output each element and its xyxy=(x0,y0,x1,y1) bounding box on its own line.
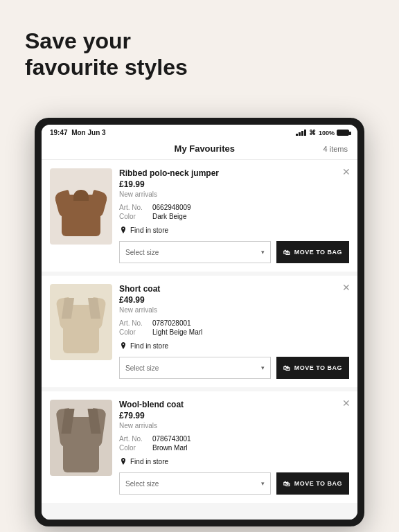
close-button-1[interactable]: ✕ xyxy=(342,167,351,177)
items-count: 4 items xyxy=(323,145,348,153)
item-artno-row-1: Art. No. 0662948009 xyxy=(119,204,349,211)
bag-icon-1: 🛍 xyxy=(283,249,291,256)
artno-label-1: Art. No. xyxy=(119,204,147,211)
chevron-down-icon-2: ▾ xyxy=(261,364,265,371)
page-title: Save your favourite styles xyxy=(25,28,374,81)
item-artno-row-2: Art. No. 0787028001 xyxy=(119,319,349,327)
move-to-bag-button-1[interactable]: 🛍 MOVE TO BAG xyxy=(276,241,349,263)
item-row-2: Short coat £49.99 New arrivals Art. No. … xyxy=(50,284,349,379)
item-collection-1: New arrivals xyxy=(119,190,349,198)
item-price-2: £49.99 xyxy=(119,295,349,305)
close-button-2[interactable]: ✕ xyxy=(342,283,351,292)
location-icon-3 xyxy=(119,457,127,466)
status-time-date: 19:47 Mon Jun 3 xyxy=(50,129,106,136)
status-right: ⌘ 100% xyxy=(296,129,349,136)
chevron-down-icon-3: ▾ xyxy=(261,480,265,487)
wifi-icon: ⌘ xyxy=(309,129,316,136)
item-card-2: ✕ Short coat £49.99 N xyxy=(42,276,357,387)
color-value-1: Dark Beige xyxy=(152,213,186,220)
find-in-store-2[interactable]: Find in store xyxy=(119,342,349,350)
page-header: Save your favourite styles xyxy=(0,0,399,95)
item-artno-row-3: Art. No. 0786743001 xyxy=(119,435,349,443)
artno-label-3: Art. No. xyxy=(119,435,147,443)
move-to-bag-button-3[interactable]: 🛍 MOVE TO BAG xyxy=(276,472,349,495)
item-row-1: Ribbed polo-neck jumper £19.99 New arriv… xyxy=(50,168,349,263)
size-select-1[interactable]: Select size ▾ xyxy=(119,241,271,263)
item-color-row-2: Color Light Beige Marl xyxy=(119,328,349,336)
tablet-frame: 19:47 Mon Jun 3 ⌘ 100% xyxy=(35,118,364,526)
app-title: My Favourites xyxy=(86,143,323,154)
item-card-1: ✕ Ribbed polo-neck jumper £19.99 New xyxy=(42,160,357,272)
item-image-3 xyxy=(50,400,112,476)
item-details-3: Wool-blend coat £79.99 New arrivals Art.… xyxy=(119,400,349,495)
bag-icon-2: 🛍 xyxy=(283,364,291,372)
bag-icon-3: 🛍 xyxy=(283,480,291,488)
signal-icon xyxy=(296,130,306,136)
app-header: My Favourites 4 items xyxy=(42,139,357,160)
chevron-down-icon-1: ▾ xyxy=(261,249,265,256)
item-name-2: Short coat xyxy=(119,284,349,294)
color-label-2: Color xyxy=(119,328,147,336)
color-label-3: Color xyxy=(119,444,147,452)
battery-icon: 100% xyxy=(319,130,349,136)
find-in-store-1[interactable]: Find in store xyxy=(119,226,349,234)
artno-label-2: Art. No. xyxy=(119,319,147,327)
item-collection-3: New arrivals xyxy=(119,422,349,429)
item-image-2 xyxy=(50,284,112,360)
color-value-2: Light Beige Marl xyxy=(152,328,202,336)
item-name-3: Wool-blend coat xyxy=(119,400,349,409)
item-meta-3: Art. No. 0786743001 Color Brown Marl xyxy=(119,435,349,452)
move-to-bag-button-2[interactable]: 🛍 MOVE TO BAG xyxy=(276,357,349,379)
sweater-illustration xyxy=(57,177,105,236)
tablet-screen: 19:47 Mon Jun 3 ⌘ 100% xyxy=(42,125,357,520)
location-icon-1 xyxy=(119,226,127,234)
items-list[interactable]: ✕ Ribbed polo-neck jumper £19.99 New xyxy=(42,160,357,520)
color-value-3: Brown Marl xyxy=(152,444,188,452)
item-actions-2: Select size ▾ 🛍 MOVE TO BAG xyxy=(119,357,349,379)
item-card-3: ✕ Wool-blend coat £79.99 xyxy=(42,391,357,503)
location-icon-2 xyxy=(119,342,127,350)
item-actions-1: Select size ▾ 🛍 MOVE TO BAG xyxy=(119,241,349,263)
artno-value-2: 0787028001 xyxy=(152,319,191,327)
find-in-store-3[interactable]: Find in store xyxy=(119,457,349,466)
wool-coat-illustration xyxy=(57,403,105,472)
item-details-1: Ribbed polo-neck jumper £19.99 New arriv… xyxy=(119,168,349,263)
item-row-3: Wool-blend coat £79.99 New arrivals Art.… xyxy=(50,400,349,495)
item-price-1: £19.99 xyxy=(119,179,349,189)
size-select-3[interactable]: Select size ▾ xyxy=(119,472,271,495)
item-collection-2: New arrivals xyxy=(119,306,349,314)
close-button-3[interactable]: ✕ xyxy=(342,398,351,408)
item-name-1: Ribbed polo-neck jumper xyxy=(119,168,349,178)
item-price-3: £79.99 xyxy=(119,411,349,420)
size-select-2[interactable]: Select size ▾ xyxy=(119,357,271,379)
short-coat-illustration xyxy=(57,291,105,353)
artno-value-1: 0662948009 xyxy=(152,204,191,211)
color-label-1: Color xyxy=(119,213,147,220)
item-details-2: Short coat £49.99 New arrivals Art. No. … xyxy=(119,284,349,379)
item-color-row-3: Color Brown Marl xyxy=(119,444,349,452)
item-meta-1: Art. No. 0662948009 Color Dark Beige xyxy=(119,204,349,220)
artno-value-3: 0786743001 xyxy=(152,435,191,443)
item-meta-2: Art. No. 0787028001 Color Light Beige Ma… xyxy=(119,319,349,336)
status-bar: 19:47 Mon Jun 3 ⌘ 100% xyxy=(42,125,357,139)
item-image-1 xyxy=(50,168,112,245)
item-actions-3: Select size ▾ 🛍 MOVE TO BAG xyxy=(119,472,349,495)
item-color-row-1: Color Dark Beige xyxy=(119,213,349,220)
